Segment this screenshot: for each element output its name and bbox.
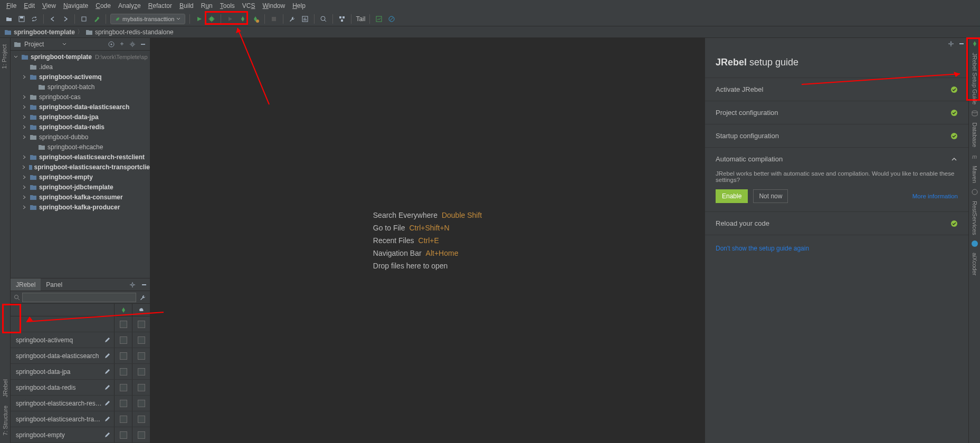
checkbox[interactable] <box>120 384 127 391</box>
save-icon[interactable] <box>17 14 26 24</box>
collapse-icon[interactable] <box>118 41 126 48</box>
tab-panel[interactable]: Panel <box>41 278 68 291</box>
gear-icon[interactable] <box>129 41 136 48</box>
tool-project[interactable]: 1: Project <box>1 42 7 71</box>
jrebel-rocket-icon[interactable] <box>971 40 978 47</box>
stop-icon[interactable] <box>269 14 279 24</box>
chevron-down-icon[interactable] <box>62 42 66 46</box>
checkbox[interactable] <box>138 321 145 328</box>
tree-item[interactable]: springboot-activemq <box>11 72 150 82</box>
checkbox[interactable] <box>138 431 145 439</box>
chart-icon[interactable] <box>374 14 384 24</box>
section-project-config[interactable]: Project configuration <box>705 101 968 124</box>
tool-jrebel-guide[interactable]: JRebel Setup Guide <box>972 50 978 108</box>
checkbox[interactable] <box>138 416 145 423</box>
wrench-icon[interactable] <box>139 294 147 301</box>
checkbox[interactable] <box>120 321 127 328</box>
checkbox[interactable] <box>138 336 145 344</box>
menu-file[interactable]: File <box>4 2 18 9</box>
hide-icon[interactable] <box>139 41 147 48</box>
tree-item[interactable]: springboot-data-redis <box>11 122 150 132</box>
jrebel-row[interactable]: springboot-data-redis <box>11 380 150 396</box>
edit-icon[interactable] <box>103 416 111 423</box>
tree-item[interactable]: springboot-dubbo <box>11 132 150 142</box>
tree-item[interactable]: springboot-data-jpa <box>11 112 150 122</box>
tree-item[interactable]: springboot-batch <box>11 82 150 92</box>
gear-icon[interactable] <box>947 40 955 47</box>
forbidden-icon[interactable] <box>387 14 396 24</box>
hammer-icon[interactable] <box>92 14 101 24</box>
tool-maven[interactable]: Maven <box>972 162 978 186</box>
section-reload[interactable]: Reload your code <box>705 211 968 235</box>
forward-icon[interactable] <box>61 14 70 24</box>
tree-item[interactable]: springboot-empty <box>11 172 150 182</box>
gear-icon[interactable] <box>129 281 136 288</box>
search-icon[interactable] <box>319 14 328 24</box>
open-icon[interactable] <box>4 14 14 24</box>
project-tree[interactable]: springboot-template D:\work\Templete\sp … <box>11 51 150 278</box>
menu-code[interactable]: Code <box>93 2 113 9</box>
hide-icon[interactable] <box>140 281 148 288</box>
jrebel-rocket-icon[interactable] <box>238 14 248 24</box>
jrebel-row[interactable] <box>11 316 150 332</box>
tree-item[interactable]: springboot-cas <box>11 92 150 102</box>
sync-icon[interactable] <box>30 14 39 24</box>
not-now-button[interactable]: Not now <box>753 189 788 203</box>
menu-refactor[interactable]: Refactor <box>146 2 174 9</box>
tool-jrebel[interactable]: JRebel <box>2 377 8 399</box>
enable-button[interactable]: Enable <box>716 189 748 203</box>
editor-area[interactable]: Search EverywhereDouble Shift Go to File… <box>150 38 705 443</box>
section-startup-config[interactable]: Startup configuration <box>705 124 968 147</box>
edit-icon[interactable] <box>103 400 111 407</box>
edit-icon[interactable] <box>103 336 111 344</box>
menu-view[interactable]: View <box>40 2 58 9</box>
tree-item[interactable]: .idea <box>11 62 150 72</box>
tab-jrebel[interactable]: JRebel <box>11 278 41 291</box>
tree-item[interactable]: springboot-elasticsearch-transportclie <box>11 162 150 172</box>
checkbox[interactable] <box>120 336 127 344</box>
run-icon[interactable] <box>194 14 204 24</box>
menu-edit[interactable]: Edit <box>22 2 37 9</box>
edit-icon[interactable] <box>103 431 111 439</box>
jrebel-run-icon[interactable] <box>225 14 235 24</box>
project-title[interactable]: Project <box>24 41 59 48</box>
debug-icon[interactable] <box>207 14 216 24</box>
tree-item[interactable]: springboot-kafka-producer <box>11 202 150 212</box>
tool-aixcoder[interactable]: aiXcoder <box>972 249 978 278</box>
checkbox[interactable] <box>120 400 127 407</box>
tool-rest[interactable]: RestServices <box>972 198 978 238</box>
jrebel-search-input[interactable] <box>22 293 136 302</box>
checkbox[interactable] <box>138 368 145 375</box>
jrebel-debug-rocket-icon[interactable] <box>251 14 260 24</box>
menu-analyze[interactable]: Analyze <box>116 2 143 9</box>
build-icon[interactable] <box>79 14 89 24</box>
checkbox[interactable] <box>120 352 127 360</box>
jrebel-row[interactable]: springboot-empty <box>11 427 150 443</box>
hide-icon[interactable] <box>958 40 965 47</box>
checkbox[interactable] <box>138 384 145 391</box>
tail-label[interactable]: Tail <box>356 15 365 23</box>
section-activate[interactable]: Activate JRebel <box>705 78 968 101</box>
checkbox[interactable] <box>138 352 145 360</box>
menu-tools[interactable]: Tools <box>218 2 237 9</box>
tool-structure[interactable]: 7: Structure <box>2 403 8 438</box>
breadcrumb-root[interactable]: springboot-template <box>14 28 75 36</box>
checkbox[interactable] <box>120 416 127 423</box>
tree-item[interactable]: springboot-kafka-consumer <box>11 192 150 202</box>
run-config-selector[interactable]: mybatis-transacttion <box>110 14 185 24</box>
coverage-icon[interactable] <box>300 14 310 24</box>
hide-guide-link[interactable]: Don't show the setup guide again <box>705 235 968 262</box>
tree-item[interactable]: springboot-jdbctemplate <box>11 182 150 192</box>
back-icon[interactable] <box>48 14 58 24</box>
menu-navigate[interactable]: Navigate <box>61 2 90 9</box>
tree-root[interactable]: springboot-template D:\work\Templete\sp <box>11 52 150 62</box>
structure-icon[interactable] <box>337 14 347 24</box>
menu-window[interactable]: Window <box>260 2 287 9</box>
tree-item[interactable]: springboot-data-elasticsearch <box>11 102 150 112</box>
jrebel-row[interactable]: springboot-elasticsearch-trans... <box>11 411 150 427</box>
edit-icon[interactable] <box>103 352 111 360</box>
menu-build[interactable]: Build <box>177 2 196 9</box>
edit-icon[interactable] <box>103 368 111 375</box>
tool-database[interactable]: Database <box>972 119 978 150</box>
jrebel-row[interactable]: springboot-elasticsearch-restc... <box>11 396 150 411</box>
